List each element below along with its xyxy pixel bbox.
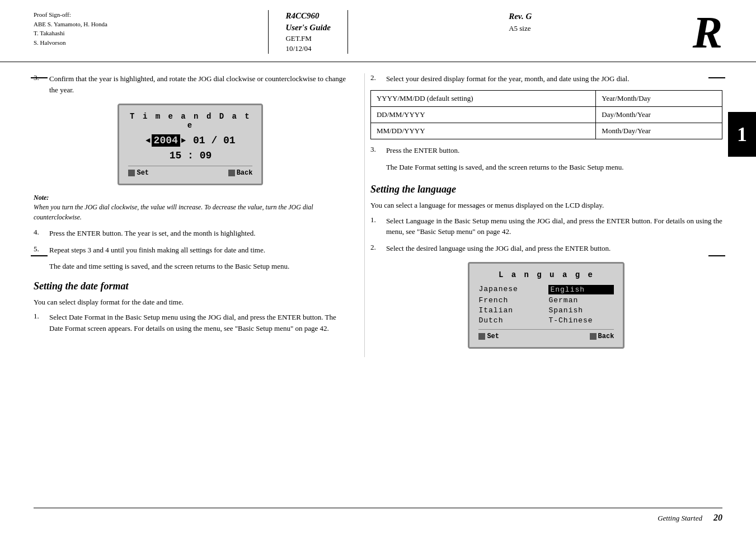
lang-back-label: Back [598,332,614,340]
proof-label: Proof Sign-off: [34,10,107,20]
lcd-month-day: 01 / 01 [187,135,235,146]
lcd-back-button[interactable]: Back [228,169,253,177]
arrow-right-icon: ► [181,136,186,145]
lang-list-num-1: 1. [370,216,382,237]
lang-item: German [548,296,614,305]
lang-back-button[interactable]: Back [590,332,614,340]
lcd-back-label: Back [237,169,253,177]
list-text-4: Press the ENTER button. The year is set,… [49,228,255,239]
footer-label: Getting Started [658,514,702,523]
table-row: YYYY/MM/DD (default setting)Year/Month/D… [370,90,722,106]
section-date-format-heading: Setting the date format [34,280,348,292]
lcd-date-row: ◄ 2004 ► 01 / 01 [128,134,252,147]
right-list-item-2: 2. Select your desired display format fo… [370,73,722,85]
lang-list-text-2: Select the desired language using the JO… [386,243,611,254]
date-list-text-1: Select Date Format in the Basic Setup me… [49,312,348,334]
main-content: 3. Confirm that the year is highlighted,… [0,62,756,368]
note-section: Note: When you turn the JOG dial clockwi… [34,194,348,222]
left-margin-lines [31,73,48,261]
lang-item: English [548,285,614,294]
right-list-num-3: 3. [370,145,382,156]
date-list-item-1: 1. Select Date Format in the Basic Setup… [34,312,348,334]
lang-list-item-1: 1. Select Language in the Basic Setup me… [370,216,722,237]
section-lang-intro: You can select a language for messages o… [370,200,722,211]
format-cell: YYYY/MM/DD (default setting) [370,90,595,106]
footer: Getting Started 20 [34,508,722,523]
header: Proof Sign-off: ABE S. Yamamoto, H. Hond… [0,0,756,62]
left-column: 3. Confirm that the year is highlighted,… [34,73,364,357]
lang-item: Spanish [548,306,614,315]
deco-line-3 [708,77,725,78]
lang-item: Italian [478,306,544,315]
right-list-text-2: Select your desired display format for t… [386,73,630,85]
set-icon [128,170,135,176]
lang-set-icon [478,333,485,340]
product-code: R4CC960 [285,10,330,22]
lang-grid: JapaneseEnglishFrenchGermanItalianSpanis… [478,285,614,325]
lcd-time-value: 15 : 09 [170,150,212,161]
date-list-num-1: 1. [34,312,45,334]
display-cell: Day/Month/Year [596,106,722,123]
display-cell: Month/Day/Year [596,123,722,139]
display-cell: Year/Month/Day [596,90,722,106]
lang-item: T-Chinese [548,316,614,325]
list-item-5: 5. Repeat steps 3 and 4 until you finish… [34,245,348,256]
lang-lcd-display: L a n g u a g e JapaneseEnglishFrenchGer… [468,262,624,349]
size-label: A5 size [509,23,532,34]
back-icon [228,170,235,176]
lang-list-num-2: 2. [370,243,382,254]
header-chapter-letter: R [693,10,722,55]
right-column: 2. Select your desired display format fo… [364,73,722,357]
right-list-text-3: Press the ENTER button. [386,145,459,156]
lcd-time-date-display: T i m e a n d D a t e ◄ 2004 ► 01 / 01 1… [118,104,263,185]
arrow-left-icon: ◄ [145,136,150,145]
table-row: MM/DD/YYYYMonth/Day/Year [370,123,722,139]
right-list-num-2: 2. [370,73,382,85]
list-text-3: Confirm that the year is highlighted, an… [49,73,348,95]
date-format-table: YYYY/MM/DD (default setting)Year/Month/D… [370,90,722,140]
right-item3-subtext: The Date Format setting is saved, and th… [386,162,722,173]
lcd-buttons: Set Back [128,166,252,177]
header-proof-signoff: Proof Sign-off: ABE S. Yamamoto, H. Hond… [34,10,107,47]
chapter-marker: 1 [728,112,756,157]
lang-set-label: Set [487,332,499,340]
page: Proof Sign-off: ABE S. Yamamoto, H. Hond… [0,0,756,534]
lang-set-button[interactable]: Set [478,332,499,340]
deco-line-1 [31,77,48,78]
lang-list-item-2: 2. Select the desired language using the… [370,243,722,254]
lang-lcd-buttons: Set Back [478,329,614,340]
right-list-item-3: 3. Press the ENTER button. [370,145,722,156]
section-date-intro: You can select display format for the da… [34,297,348,308]
lcd-time-row: 15 : 09 [128,150,252,161]
format-cell: DD/MM/YYYY [370,106,595,123]
proof-names: ABE S. Yamamoto, H. HondaT. TakahashiS. … [34,20,107,48]
lang-lcd-title: L a n g u a g e [478,270,614,279]
deco-line-2 [31,255,48,256]
guide-title: User's Guide [285,22,330,34]
lcd-year: 2004 [152,134,180,147]
lang-item: Dutch [478,316,544,325]
lang-list-text-1: Select Language in the Basic Setup menu … [386,216,722,237]
lcd-display-title: T i m e a n d D a t e [128,112,252,130]
header-center: R4CC960 User's Guide GET.FM 10/12/04 [268,10,348,54]
footer-page-number: 20 [713,513,722,523]
right-margin-lines [708,73,725,261]
lcd-set-button[interactable]: Set [128,169,149,177]
file-date: 10/12/04 [285,44,330,54]
lang-item: French [478,296,544,305]
table-row: DD/MM/YYYYDay/Month/Year [370,106,722,123]
note-text: When you turn the JOG dial clockwise, th… [34,203,313,221]
lang-back-icon [590,333,597,340]
section-language-heading: Setting the language [370,184,722,195]
rev-label: Rev. G [509,10,532,23]
deco-line-4 [708,255,725,256]
format-cell: MM/DD/YYYY [370,123,595,139]
lcd-set-label: Set [137,169,149,177]
file-name: GET.FM [285,34,330,44]
list-item-4: 4. Press the ENTER button. The year is s… [34,228,348,239]
lang-item: Japanese [478,285,544,294]
item5-subtext: The date and time setting is saved, and … [49,261,348,272]
list-text-5: Repeat steps 3 and 4 until you finish ma… [49,245,265,256]
header-rev: Rev. G A5 size [509,10,532,34]
list-item-3: 3. Confirm that the year is highlighted,… [34,73,348,95]
